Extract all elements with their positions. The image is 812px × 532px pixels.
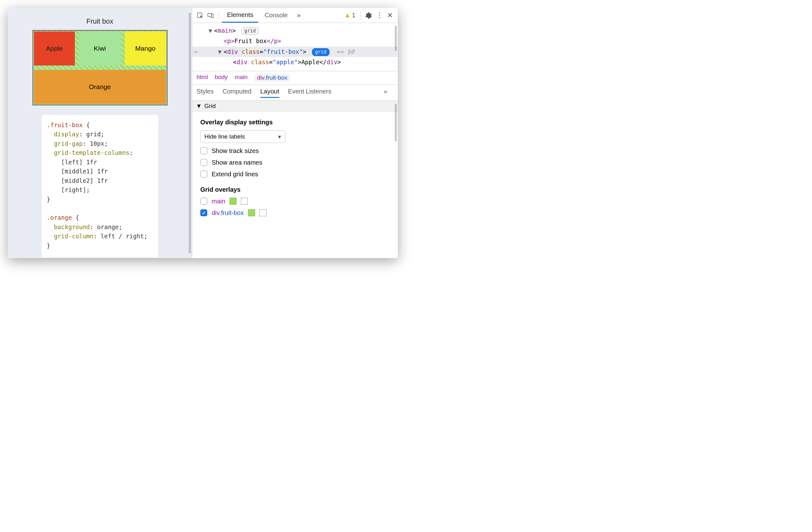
inspect-icon[interactable] bbox=[195, 11, 205, 20]
subtabs: Styles Computed Layout Event Listeners » bbox=[192, 85, 398, 101]
warning-icon: ▲ bbox=[344, 12, 351, 19]
highlight-icon[interactable] bbox=[241, 198, 248, 205]
label-area-names: Show area names bbox=[212, 159, 262, 166]
dom-node-p[interactable]: <p>Fruit box</p> bbox=[192, 36, 398, 46]
dom-tree[interactable]: ▼ <main> grid <p>Fruit box</p> ▼ <div cl… bbox=[192, 23, 398, 71]
subtab-computed[interactable]: Computed bbox=[222, 88, 251, 98]
grid-section-header[interactable]: ▼Grid bbox=[192, 101, 398, 112]
label-track-sizes: Show track sizes bbox=[212, 147, 259, 155]
page-title: Fruit box bbox=[8, 8, 192, 30]
caret-down-icon[interactable]: ▼ bbox=[208, 26, 212, 35]
breadcrumb: html body main div.fruit-box bbox=[192, 71, 398, 85]
fruit-kiwi: Kiwi bbox=[79, 31, 120, 66]
line-labels-select[interactable]: Hide line labels bbox=[200, 130, 285, 143]
devtools-panel: Elements Console » ▲ 1 ⋮ ✕ ▼ <main> grid bbox=[192, 8, 398, 258]
rendered-page: Fruit box Apple Kiwi Mango Orange .fruit… bbox=[8, 8, 192, 258]
tab-elements[interactable]: Elements bbox=[222, 8, 258, 23]
layout-scrollbar[interactable] bbox=[395, 104, 397, 142]
selected-node-hint: == $0 bbox=[336, 48, 354, 55]
crumb-body[interactable]: body bbox=[215, 74, 228, 82]
subtab-styles[interactable]: Styles bbox=[197, 88, 214, 98]
warnings-badge[interactable]: ▲ 1 bbox=[343, 12, 357, 19]
close-icon[interactable]: ✕ bbox=[385, 11, 395, 20]
overlay-color-main[interactable] bbox=[230, 198, 236, 205]
crumb-main[interactable]: main bbox=[235, 74, 247, 82]
tab-console[interactable]: Console bbox=[259, 8, 292, 23]
devtools-window: Fruit box Apple Kiwi Mango Orange .fruit… bbox=[8, 8, 398, 258]
overlay-row-fruit-box: div.fruit-box bbox=[200, 209, 390, 216]
label-extend-lines: Extend grid lines bbox=[212, 171, 258, 178]
checkbox-area-names[interactable] bbox=[200, 159, 207, 166]
fruit-box-grid: Apple Kiwi Mango Orange bbox=[32, 30, 168, 106]
more-tabs-icon[interactable]: » bbox=[294, 11, 304, 20]
crumb-fruit-box[interactable]: div.fruit-box bbox=[255, 74, 290, 82]
checkbox-extend-lines[interactable] bbox=[200, 171, 207, 178]
overlay-checkbox-main[interactable] bbox=[200, 198, 207, 205]
grid-badge[interactable]: grid bbox=[241, 27, 259, 35]
dom-node-main[interactable]: ▼ <main> grid bbox=[192, 26, 398, 36]
dom-node-apple[interactable]: <div class="apple">Apple</div> bbox=[192, 57, 398, 67]
grid-badge-active[interactable]: grid bbox=[312, 48, 330, 56]
svg-rect-2 bbox=[211, 14, 213, 18]
overlay-settings-title: Overlay display settings bbox=[200, 119, 390, 126]
fruit-apple: Apple bbox=[34, 31, 75, 66]
grid-overlays-title: Grid overlays bbox=[200, 186, 390, 193]
fruit-orange: Orange bbox=[34, 70, 166, 104]
subtab-layout[interactable]: Layout bbox=[260, 88, 279, 98]
css-source: .fruit-box { display: grid; grid-gap: 10… bbox=[42, 115, 158, 257]
warnings-count: 1 bbox=[352, 12, 356, 19]
overlay-name-fruit-box[interactable]: div.fruit-box bbox=[212, 209, 244, 216]
overlay-name-main[interactable]: main bbox=[212, 198, 225, 205]
highlight-icon[interactable] bbox=[259, 209, 266, 216]
overlay-checkbox-fruit-box[interactable] bbox=[200, 209, 207, 216]
kebab-icon[interactable]: ⋮ bbox=[375, 11, 384, 20]
page-scrollbar[interactable] bbox=[189, 13, 191, 253]
devtools-toolbar: Elements Console » ▲ 1 ⋮ ✕ bbox=[192, 8, 398, 23]
dom-node-fruit-box[interactable]: ▼ <div class="fruit-box"> grid == $0 bbox=[192, 46, 398, 57]
crumb-html[interactable]: html bbox=[197, 74, 208, 82]
overlay-row-main: main bbox=[200, 198, 390, 205]
device-icon[interactable] bbox=[206, 11, 215, 20]
more-subtabs-icon[interactable]: » bbox=[384, 88, 387, 98]
fruit-mango: Mango bbox=[125, 31, 166, 66]
dom-scrollbar[interactable] bbox=[395, 26, 397, 51]
subtab-event-listeners[interactable]: Event Listeners bbox=[288, 88, 332, 98]
gear-icon[interactable] bbox=[364, 11, 373, 20]
caret-down-icon: ▼ bbox=[196, 103, 202, 109]
overlay-color-fruit-box[interactable] bbox=[248, 209, 255, 216]
layout-panel: ▼Grid Overlay display settings Hide line… bbox=[192, 101, 398, 258]
caret-down-icon[interactable]: ▼ bbox=[218, 47, 221, 56]
checkbox-track-sizes[interactable] bbox=[200, 147, 207, 154]
